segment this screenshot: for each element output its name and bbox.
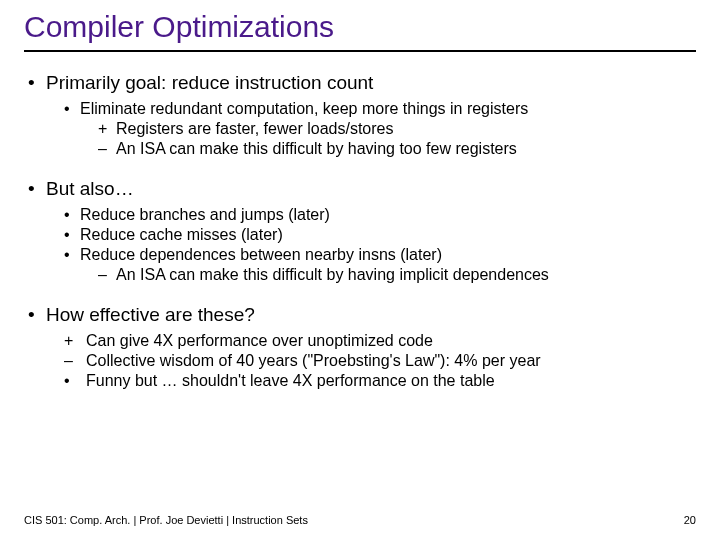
bullet-l2: •Funny but … shouldn't leave 4X performa… [64,372,696,390]
bullet-l2: –Collective wisdom of 40 years ("Proebst… [64,352,696,370]
bullet-text: Collective wisdom of 40 years ("Proebsti… [86,352,541,369]
bullet-text: Eliminate redundant computation, keep mo… [80,100,528,117]
bullet-l3: –An ISA can make this difficult by havin… [98,140,696,158]
bullet-l2: •Reduce dependences between nearby insns… [64,246,696,264]
slide-title: Compiler Optimizations [24,10,696,52]
bullet-l2: •Reduce branches and jumps (later) [64,206,696,224]
bullet-l3: +Registers are faster, fewer loads/store… [98,120,696,138]
bullet-text: An ISA can make this difficult by having… [116,140,517,157]
bullet-text: Reduce branches and jumps (later) [80,206,330,223]
bullet-l3: –An ISA can make this difficult by havin… [98,266,696,284]
bullet-l2: +Can give 4X performance over unoptimize… [64,332,696,350]
bullet-l1: •But also… [28,178,696,200]
bullet-text: Reduce dependences between nearby insns … [80,246,442,263]
bullet-text: Registers are faster, fewer loads/stores [116,120,393,137]
bullet-text: An ISA can make this difficult by having… [116,266,549,283]
page-number: 20 [684,514,696,526]
slide: Compiler Optimizations •Primarily goal: … [0,0,720,390]
bullet-text: Reduce cache misses (later) [80,226,283,243]
bullet-text: Can give 4X performance over unoptimized… [86,332,433,349]
bullet-text: But also… [46,178,134,199]
bullet-l1: •Primarily goal: reduce instruction coun… [28,72,696,94]
bullet-l2: •Reduce cache misses (later) [64,226,696,244]
bullet-text: How effective are these? [46,304,255,325]
slide-footer: CIS 501: Comp. Arch. | Prof. Joe Deviett… [24,514,696,526]
footer-left: CIS 501: Comp. Arch. | Prof. Joe Deviett… [24,514,308,526]
bullet-text: Funny but … shouldn't leave 4X performan… [86,372,495,389]
bullet-l1: •How effective are these? [28,304,696,326]
bullet-l2: •Eliminate redundant computation, keep m… [64,100,696,118]
bullet-text: Primarily goal: reduce instruction count [46,72,373,93]
